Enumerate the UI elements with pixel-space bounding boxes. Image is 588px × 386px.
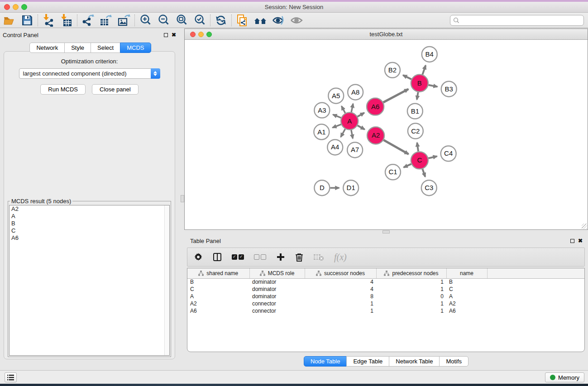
- select-all-checkboxes-icon[interactable]: [232, 254, 244, 260]
- graph-edge-B-B4[interactable]: [422, 65, 425, 74]
- tab-edge-table[interactable]: Edge Table: [346, 356, 389, 367]
- duplicate-network-icon[interactable]: [233, 14, 251, 27]
- criterion-dropdown[interactable]: largest connected component (directed): [19, 68, 160, 79]
- export-network-icon[interactable]: [79, 14, 97, 27]
- deselect-all-checkboxes-icon[interactable]: [254, 254, 266, 260]
- table-row[interactable]: A dominator 8 0 A: [187, 293, 584, 300]
- tab-network-table[interactable]: Network Table: [389, 356, 440, 367]
- show-all-networks-icon[interactable]: [251, 14, 269, 27]
- mcds-result-list[interactable]: A2 A B C A6: [9, 205, 170, 356]
- table-row[interactable]: A2 connector 1 1 A2: [187, 300, 584, 307]
- cell-predecessor-nodes[interactable]: 1: [376, 286, 446, 293]
- export-image-icon[interactable]: [115, 14, 133, 27]
- list-item[interactable]: C: [10, 227, 169, 234]
- table-row[interactable]: A6 connector 1 1 A6: [187, 307, 584, 315]
- tab-mcds[interactable]: MCDS: [120, 43, 151, 53]
- table-header-row[interactable]: shared name MCDS role successor nodes pr…: [187, 268, 584, 278]
- import-network-icon[interactable]: [39, 14, 57, 27]
- settings-gear-icon[interactable]: [194, 253, 203, 262]
- graph-edge-B-B1[interactable]: [417, 92, 418, 100]
- graph-edge-C-C3[interactable]: [422, 169, 425, 176]
- add-column-icon[interactable]: [276, 253, 285, 262]
- cell-successor-nodes[interactable]: 4: [305, 286, 376, 293]
- list-item[interactable]: A: [10, 213, 169, 220]
- search-input[interactable]: [459, 17, 583, 24]
- cell-shared-name[interactable]: B: [187, 278, 249, 286]
- window-resize-grip[interactable]: [582, 224, 587, 229]
- list-item[interactable]: A6: [10, 234, 169, 242]
- horizontal-splitter-handle[interactable]: [382, 230, 390, 234]
- column-header-predecessor-nodes[interactable]: predecessor nodes: [376, 268, 446, 278]
- cell-successor-nodes[interactable]: 8: [305, 293, 376, 300]
- cell-mcds-role[interactable]: connector: [249, 307, 305, 315]
- cell-mcds-role[interactable]: dominator: [249, 293, 305, 300]
- column-header-successor-nodes[interactable]: successor nodes: [305, 268, 376, 278]
- graph-edge-A2-C[interactable]: [383, 140, 408, 154]
- graph-edge-C-C4[interactable]: [428, 156, 437, 158]
- task-history-button[interactable]: [5, 372, 17, 382]
- cell-predecessor-nodes[interactable]: 0: [376, 293, 446, 300]
- memory-button[interactable]: Memory: [545, 372, 584, 382]
- graph-edge-A-A2[interactable]: [358, 125, 365, 129]
- network-graph[interactable]: B4B2BB3A8A5A6A3B1AA1C2A2A4A7C4CC1C3DD1: [185, 40, 588, 229]
- column-header-shared-name[interactable]: shared name: [187, 268, 249, 278]
- cell-successor-nodes[interactable]: 4: [305, 278, 376, 286]
- network-canvas[interactable]: B4B2BB3A8A5A6A3B1AA1C2A2A4A7C4CC1C3DD1: [185, 40, 588, 229]
- search-field[interactable]: [450, 15, 584, 26]
- table-row[interactable]: B dominator 4 1 B: [187, 278, 584, 286]
- hide-style-icon[interactable]: [269, 14, 287, 27]
- cell-shared-name[interactable]: A2: [187, 300, 249, 307]
- column-header-mcds-role[interactable]: MCDS role: [249, 268, 305, 278]
- graph-edge-B-B3[interactable]: [428, 85, 437, 87]
- tab-style[interactable]: Style: [64, 43, 91, 53]
- graph-edge-A-A8[interactable]: [351, 104, 353, 112]
- graph-edge-A-A3[interactable]: [333, 114, 341, 118]
- graph-edge-A6-B[interactable]: [383, 89, 408, 102]
- graph-edge-A-A4[interactable]: [341, 129, 345, 137]
- cell-predecessor-nodes[interactable]: 1: [376, 278, 446, 286]
- cell-successor-nodes[interactable]: 1: [305, 307, 376, 315]
- graph-edge-A-A6[interactable]: [358, 113, 364, 116]
- function-builder-icon[interactable]: f(x): [334, 252, 347, 262]
- graph-edge-A-A7[interactable]: [351, 130, 353, 138]
- cell-predecessor-nodes[interactable]: 1: [376, 307, 446, 315]
- cell-name[interactable]: A2: [446, 300, 487, 307]
- vertical-splitter-handle[interactable]: [181, 195, 184, 202]
- column-layout-icon[interactable]: [213, 253, 222, 262]
- float-panel-icon[interactable]: [164, 33, 168, 37]
- import-table-icon[interactable]: [57, 14, 76, 27]
- cell-predecessor-nodes[interactable]: 1: [376, 300, 446, 307]
- network-window-titlebar[interactable]: testGlobe.txt: [185, 29, 588, 40]
- cell-mcds-role[interactable]: dominator: [249, 278, 305, 286]
- zoom-in-icon[interactable]: [136, 14, 154, 27]
- tab-motifs[interactable]: Motifs: [439, 356, 468, 367]
- open-file-icon[interactable]: [0, 14, 18, 27]
- tab-node-table[interactable]: Node Table: [304, 356, 347, 367]
- list-item[interactable]: A2: [10, 205, 169, 213]
- show-view-icon[interactable]: [287, 14, 306, 27]
- delete-table-icon[interactable]: [313, 253, 324, 261]
- cell-shared-name[interactable]: A: [187, 293, 249, 300]
- zoom-fit-icon[interactable]: [172, 14, 191, 27]
- float-table-panel-icon[interactable]: [570, 239, 574, 243]
- network-zoom-button[interactable]: [206, 32, 212, 37]
- zoom-selected-icon[interactable]: [191, 14, 209, 27]
- tab-select[interactable]: Select: [91, 43, 120, 53]
- column-header-name[interactable]: name: [446, 268, 487, 278]
- graph-edge-C-C2[interactable]: [417, 143, 418, 151]
- delete-column-icon[interactable]: [295, 253, 303, 262]
- cell-name[interactable]: A: [446, 293, 487, 300]
- cell-mcds-role[interactable]: connector: [249, 300, 305, 307]
- network-close-button[interactable]: [190, 32, 196, 37]
- close-table-panel-icon[interactable]: ✖: [578, 238, 583, 243]
- graph-edge-A-A5[interactable]: [342, 106, 345, 113]
- close-panel-button[interactable]: Close panel: [92, 84, 139, 95]
- cell-mcds-role[interactable]: dominator: [249, 286, 305, 293]
- graph-edge-A-A1[interactable]: [333, 124, 341, 128]
- cell-name[interactable]: C: [446, 286, 487, 293]
- network-minimize-button[interactable]: [198, 32, 204, 37]
- save-session-icon[interactable]: [18, 14, 36, 27]
- refresh-icon[interactable]: [212, 14, 230, 27]
- result-list-scrollbar[interactable]: [164, 205, 169, 355]
- graph-edge-B-B2[interactable]: [403, 75, 411, 79]
